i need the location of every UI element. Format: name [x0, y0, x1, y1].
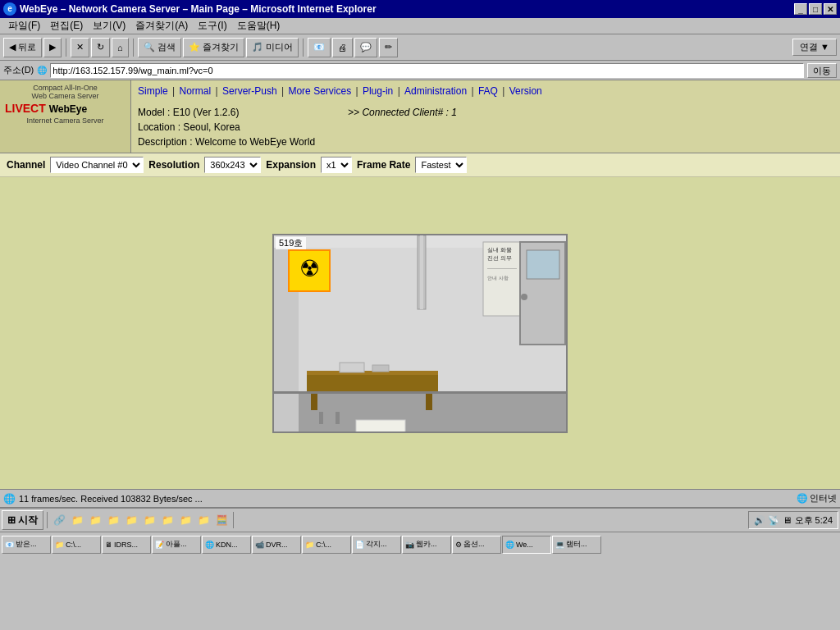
task-received[interactable]: 📧받은...	[2, 536, 51, 554]
menu-favorites[interactable]: 즐겨찾기(A)	[130, 18, 193, 34]
svg-rect-18	[311, 394, 317, 410]
task-gakji[interactable]: 📄각지...	[352, 536, 401, 554]
clock: 오후 5:24	[795, 514, 833, 527]
task-icon-0: 📧	[5, 541, 14, 549]
nav-administration[interactable]: Administration	[404, 85, 467, 97]
task-dvr[interactable]: 📹DVR...	[252, 536, 301, 554]
media-icon: 🎵	[252, 42, 263, 52]
connect-button[interactable]: 연결 ▼	[792, 39, 837, 56]
minimize-button[interactable]: _	[794, 3, 807, 15]
expansion-select[interactable]: x1 x2 x3	[321, 157, 352, 173]
content-area: Compact All-In-One Web Camera Server LIV…	[0, 80, 840, 489]
menu-view[interactable]: 보기(V)	[88, 18, 130, 34]
svg-rect-20	[340, 363, 364, 372]
menu-file[interactable]: 파일(F)	[3, 18, 45, 34]
menu-edit[interactable]: 편집(E)	[45, 18, 88, 34]
ql-techdoc[interactable]: 📁	[195, 512, 212, 528]
ql-quotation[interactable]: 📁	[69, 512, 85, 528]
ql-calc[interactable]: 🧮	[213, 512, 230, 528]
svg-text:실내 화물: 실내 화물	[487, 247, 512, 253]
title-bar-left: e WebEye – Network Camera Server – Main …	[3, 2, 377, 16]
expansion-label: Expansion	[266, 159, 316, 171]
framerate-select[interactable]: Fastest Fast Normal Slow	[415, 157, 467, 173]
webeye-info: Model : E10 (Ver 1.2.6) Location : Seoul…	[131, 102, 840, 153]
ql-sales[interactable]: 📁	[87, 512, 103, 528]
task-word[interactable]: 📝아플...	[152, 536, 201, 554]
discussion-button[interactable]: 💬	[354, 38, 377, 57]
toolbar-sep-1	[66, 39, 66, 57]
close-button[interactable]: ✕	[824, 3, 837, 15]
nav-simple[interactable]: Simple	[138, 85, 168, 97]
go-button[interactable]: 이동	[807, 63, 837, 78]
svg-text:——————: ——————	[487, 266, 517, 271]
status-bar: 🌐 11 frames/sec. Received 103832 Bytes/s…	[0, 489, 840, 507]
resolution-select[interactable]: 360x243 720x486 180x120	[204, 157, 261, 173]
media-button[interactable]: 🎵 미디어	[246, 38, 299, 57]
back-label: 뒤로	[18, 41, 36, 53]
svg-rect-23	[336, 412, 340, 424]
address-input[interactable]	[50, 63, 804, 78]
task-icon-1: 📁	[55, 541, 64, 549]
home-button[interactable]: ⌂	[112, 38, 129, 57]
taskbar: ⊞ 시작 🔗 📁 📁 📁 📁 📁 📁 📁 📁 🧮 🔊 📡 🖥 오후 5:24	[0, 507, 840, 532]
ql-connect[interactable]: 🔗	[51, 512, 67, 528]
search-button[interactable]: 🔍 검색	[138, 38, 181, 57]
task-icon-10: 🌐	[505, 541, 514, 549]
zone-icon: 🌐	[797, 493, 808, 504]
info-right: >> Connected Client# : 1	[348, 105, 457, 149]
back-button[interactable]: ◀ 뒤로	[3, 38, 42, 57]
favorites-button[interactable]: ⭐ 즐겨찾기	[183, 38, 244, 57]
nav-plugin[interactable]: Plug-in	[363, 85, 393, 97]
nav-sep-5: |	[398, 85, 403, 97]
task-cw1[interactable]: 📁C:\...	[52, 536, 101, 554]
nav-sep-6: |	[471, 85, 476, 97]
task-icon-6: 📁	[305, 541, 314, 549]
title-bar-controls: _ □ ✕	[794, 3, 837, 15]
stop-button[interactable]: ✕	[71, 38, 89, 57]
edit-button[interactable]: ✏	[379, 38, 398, 57]
info-left: Model : E10 (Ver 1.2.6) Location : Seoul…	[138, 105, 315, 149]
webeye-nav: Simple | Normal | Server-Push | More Ser…	[131, 80, 840, 102]
task-webcam[interactable]: 📷웹카...	[402, 536, 451, 554]
logo-title-line1: Compact All-In-One	[5, 84, 126, 92]
ql-wrs[interactable]: 📁	[123, 512, 139, 528]
print-button[interactable]: 🖨	[332, 38, 353, 57]
refresh-button[interactable]: ↻	[91, 38, 110, 57]
mail-button[interactable]: 📧	[308, 38, 331, 57]
nav-normal[interactable]: Normal	[179, 85, 211, 97]
ql-mydocs[interactable]: 📁	[141, 512, 158, 528]
ql-standard[interactable]: 📁	[177, 512, 194, 528]
svg-text:안내 사항: 안내 사항	[487, 276, 509, 281]
nav-faq[interactable]: FAQ	[478, 85, 498, 97]
channel-label: Channel	[7, 159, 45, 171]
taskbar2: 📧받은... 📁C:\... 🖥IDRS... 📝아플... 🌐KDN... 📹…	[0, 532, 840, 556]
svg-rect-14	[527, 250, 559, 279]
maximize-button[interactable]: □	[809, 3, 822, 15]
webeye-nav-info: Simple | Normal | Server-Push | More Ser…	[131, 80, 840, 153]
task-kdn[interactable]: 🌐KDN...	[202, 536, 251, 554]
title-bar: e WebEye – Network Camera Server – Main …	[0, 0, 840, 18]
status-text: 11 frames/sec. Received 103832 Bytes/sec…	[19, 494, 203, 504]
task-laptop[interactable]: 💻램터...	[552, 536, 601, 554]
nav-version[interactable]: Version	[509, 85, 542, 97]
task-cw2[interactable]: 📁C:\...	[302, 536, 351, 554]
ql-camtour[interactable]: 📁	[159, 512, 176, 528]
brand-livect: LIVECT	[5, 102, 46, 115]
task-idrs[interactable]: 🖥IDRS...	[102, 536, 151, 554]
status-icon: 🌐	[3, 493, 16, 504]
svg-rect-21	[372, 365, 389, 372]
menu-help[interactable]: 도움말(H)	[232, 18, 285, 34]
channel-select[interactable]: Video Channel #0 Video Channel #1	[50, 157, 144, 173]
task-we[interactable]: 🌐We...	[502, 536, 551, 554]
nav-more-services[interactable]: More Services	[288, 85, 351, 97]
nav-sep-3: |	[281, 85, 286, 97]
nav-server-push[interactable]: Server-Push	[222, 85, 277, 97]
task-options[interactable]: ⚙옵션...	[452, 536, 501, 554]
nav-sep-7: |	[502, 85, 507, 97]
forward-button[interactable]: ▶	[43, 38, 62, 57]
ql-order[interactable]: 📁	[105, 512, 121, 528]
start-button[interactable]: ⊞ 시작	[2, 510, 43, 530]
address-label: 주소(D)	[3, 64, 34, 76]
system-tray: 🔊 📡 🖥 오후 5:24	[748, 511, 838, 529]
menu-tools[interactable]: 도구(I)	[193, 18, 231, 34]
